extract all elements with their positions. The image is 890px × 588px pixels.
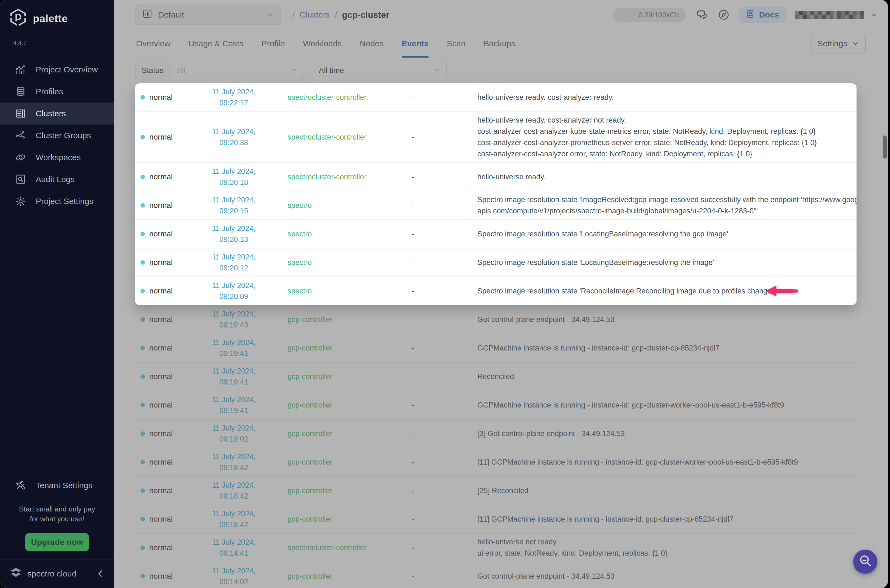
servers-icon: [15, 108, 26, 119]
brand-name: palette: [33, 13, 68, 25]
topbar: Default / Clusters / gcp-cluster 0.29/10…: [114, 0, 888, 30]
event-source: spectrocluster-controller: [272, 163, 390, 191]
status-filter-select[interactable]: All: [170, 61, 303, 80]
event-source: gcp-controller: [272, 334, 390, 362]
event-row[interactable]: normal11 July 2024,09:19:41gcp-controlle…: [135, 362, 857, 390]
event-message: hello-universe not ready.ui error, state…: [477, 534, 857, 562]
tab-events[interactable]: Events: [402, 30, 429, 58]
event-status-cell: normal: [135, 163, 195, 191]
event-status: normal: [149, 201, 173, 210]
event-row[interactable]: normal11 July 2024,09:19:41gcp-controlle…: [135, 390, 857, 419]
event-attribution: -: [390, 306, 477, 333]
compass-icon[interactable]: [717, 9, 730, 21]
event-row[interactable]: normal11 July 2024,09:20:38spectrocluste…: [135, 111, 857, 162]
sidebar-item-workspaces[interactable]: Workspaces: [0, 147, 114, 168]
project-selector[interactable]: Default: [135, 5, 281, 25]
event-timestamp: 11 July 2024,09:18:42: [195, 448, 272, 476]
event-timestamp: 11 July 2024,09:20:13: [195, 220, 272, 248]
event-row[interactable]: normal11 July 2024,09:20:18spectrocluste…: [135, 162, 857, 191]
event-timestamp: 11 July 2024,09:19:41: [195, 363, 272, 390]
event-row[interactable]: normal11 July 2024,09:20:15spectro-Spect…: [135, 191, 857, 219]
event-status-cell: normal: [135, 448, 195, 476]
event-source: gcp-controller: [272, 363, 390, 390]
tab-profile[interactable]: Profile: [261, 30, 285, 58]
magnifier-smile-icon: [858, 554, 872, 570]
tab-bar: OverviewUsage & CostsProfileWorkloadsNod…: [114, 30, 888, 58]
event-row[interactable]: normal11 July 2024,09:20:13spectro-Spect…: [135, 219, 857, 248]
event-attribution: -: [390, 562, 477, 588]
event-source: gcp-controller: [272, 477, 390, 505]
tab-overview[interactable]: Overview: [136, 30, 170, 58]
event-message: Reconciled: [477, 363, 857, 390]
event-status: normal: [149, 286, 173, 296]
event-status: normal: [149, 133, 173, 141]
event-message: GCPMachine instance is running - instanc…: [477, 391, 857, 419]
sidebar-item-project-settings[interactable]: Project Settings: [0, 190, 114, 212]
sidebar-item-audit-logs[interactable]: Audit Logs: [0, 168, 114, 190]
event-timestamp: 11 July 2024,09:18:42: [195, 505, 272, 533]
tab-scan[interactable]: Scan: [447, 30, 465, 58]
event-source: spectro: [272, 220, 390, 248]
event-row[interactable]: normal11 July 2024,09:18:42gcp-controlle…: [135, 505, 857, 533]
event-status: normal: [149, 315, 173, 324]
status-dot-icon: [141, 374, 145, 379]
event-source: spectro: [272, 249, 390, 276]
chat-icon[interactable]: [695, 9, 708, 21]
event-attribution: -: [390, 448, 477, 476]
chevron-down-icon: [852, 40, 859, 48]
help-search-fab[interactable]: [853, 550, 877, 574]
sidebar-item-cluster-groups[interactable]: Cluster Groups: [0, 124, 114, 147]
sidebar-item-label: Profiles: [36, 87, 63, 96]
event-status: normal: [149, 515, 173, 524]
chevron-down-icon: [266, 11, 274, 19]
event-row[interactable]: normal11 July 2024,09:18:42gcp-controlle…: [135, 448, 857, 476]
sidebar-item-tenant-settings[interactable]: Tenant Settings: [0, 474, 114, 496]
docs-button[interactable]: Docs: [739, 7, 786, 23]
status-dot-icon: [141, 317, 145, 322]
event-row[interactable]: normal11 July 2024,09:19:02gcp-controlle…: [135, 419, 857, 448]
breadcrumb-clusters-link[interactable]: Clusters: [300, 10, 330, 20]
event-timestamp: 11 July 2024,09:14:02: [195, 562, 272, 588]
event-row[interactable]: normal11 July 2024,09:20:12spectro-Spect…: [135, 248, 857, 276]
event-row[interactable]: normal11 July 2024,09:22:17spectrocluste…: [135, 83, 857, 111]
tab-usage-costs[interactable]: Usage & Costs: [189, 30, 243, 58]
event-row[interactable]: normal11 July 2024,09:19:41gcp-controlle…: [135, 333, 857, 362]
usage-badge: 0.29/100kCh: [612, 8, 686, 22]
event-row[interactable]: normal11 July 2024,09:18:42gcp-controlle…: [135, 476, 857, 505]
user-menu[interactable]: [795, 11, 878, 19]
status-dot-icon: [141, 260, 145, 265]
vertical-scrollbar[interactable]: [883, 135, 887, 159]
status-filter-label: Status: [135, 61, 170, 80]
time-filter-value: All time: [319, 66, 344, 75]
sidebar-item-clusters[interactable]: Clusters: [0, 103, 114, 124]
event-status: normal: [149, 400, 173, 410]
sidebar-header: palette 4.4.7: [0, 0, 114, 46]
event-attribution: -: [390, 505, 477, 533]
event-row[interactable]: normal11 July 2024,09:14:02gcp-controlle…: [135, 562, 857, 588]
event-timestamp: 11 July 2024,09:19:41: [195, 391, 272, 419]
event-attribution: -: [390, 363, 477, 390]
status-dot-icon: [141, 403, 145, 407]
tab-nodes[interactable]: Nodes: [360, 30, 384, 58]
network-icon: [15, 130, 26, 141]
tab-workloads[interactable]: Workloads: [303, 30, 342, 58]
upgrade-now-button[interactable]: Upgrade now: [25, 533, 89, 551]
app-version: 4.4.7: [13, 39, 114, 46]
event-status-cell: normal: [135, 220, 195, 248]
event-timestamp: 11 July 2024,09:20:12: [195, 249, 272, 276]
status-dot-icon: [141, 431, 145, 436]
event-row[interactable]: normal11 July 2024,09:19:43gcp-controlle…: [135, 305, 857, 333]
breadcrumb: / Clusters / gcp-cluster: [293, 10, 389, 20]
sidebar-item-profiles[interactable]: Profiles: [0, 81, 114, 103]
status-dot-icon: [141, 517, 145, 521]
event-row[interactable]: normal11 July 2024,09:20:09spectro-Spect…: [135, 276, 857, 305]
sidebar-item-project-overview[interactable]: Project Overview: [0, 59, 114, 81]
sidebar-item-label: Project Overview: [36, 65, 98, 74]
mini-chart-icon: [142, 9, 153, 21]
collapse-sidebar-icon[interactable]: [96, 569, 105, 579]
time-filter-select[interactable]: All time: [312, 61, 447, 80]
event-status: normal: [149, 172, 173, 181]
tab-backups[interactable]: Backups: [484, 30, 515, 58]
event-row[interactable]: normal11 July 2024,09:14:41spectrocluste…: [135, 533, 857, 562]
settings-button[interactable]: Settings: [811, 34, 866, 54]
